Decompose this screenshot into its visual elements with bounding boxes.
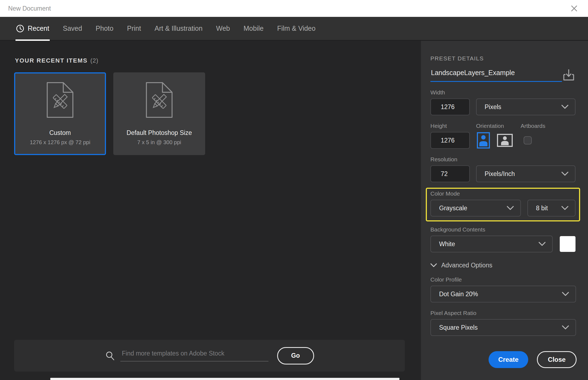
chevron-down-icon <box>507 206 514 210</box>
title-bar: New Document <box>0 0 588 17</box>
stock-search-input[interactable] <box>120 350 268 362</box>
chevron-down-icon <box>561 206 568 210</box>
width-input[interactable]: 1276 <box>430 98 470 115</box>
height-label: Height <box>430 123 476 129</box>
tab-art-illustration[interactable]: Art & Illustration <box>154 17 203 40</box>
width-unit-select[interactable]: Pixels <box>476 98 576 115</box>
background-contents-select[interactable]: White <box>430 236 553 252</box>
tab-print[interactable]: Print <box>126 17 141 40</box>
tab-recent[interactable]: Recent <box>15 17 50 40</box>
orientation-landscape-button[interactable] <box>497 134 513 147</box>
artboards-checkbox[interactable] <box>524 136 532 144</box>
document-template-icon <box>143 82 175 118</box>
color-profile-label: Color Profile <box>430 276 576 283</box>
tab-label: Art & Illustration <box>155 24 202 32</box>
dialog-title: New Document <box>8 5 51 12</box>
close-button[interactable]: Close <box>537 351 577 368</box>
card-title: Default Photoshop Size <box>127 129 192 137</box>
card-title: Custom <box>49 129 71 137</box>
color-profile-value: Dot Gain 20% <box>439 291 478 298</box>
recent-card-custom[interactable]: Custom 1276 x 1276 px @ 72 ppi <box>14 72 106 155</box>
tab-label: Film & Video <box>277 24 315 32</box>
orientation-label: Orientation <box>476 123 521 129</box>
color-profile-select[interactable]: Dot Gain 20% <box>430 286 576 302</box>
tab-web[interactable]: Web <box>215 17 230 40</box>
save-preset-button[interactable] <box>562 68 576 82</box>
resolution-input[interactable]: 72 <box>430 165 470 182</box>
resolution-unit-value: Pixels/Inch <box>485 170 515 178</box>
height-input[interactable]: 1276 <box>430 132 470 149</box>
close-icon <box>570 5 578 12</box>
tab-mobile[interactable]: Mobile <box>243 17 264 40</box>
color-mode-select[interactable]: Grayscale <box>430 200 521 217</box>
tab-label: Photo <box>96 24 113 32</box>
pixel-aspect-ratio-select[interactable]: Square Pixels <box>430 319 576 336</box>
advanced-options-label: Advanced Options <box>441 262 492 269</box>
document-template-icon <box>44 82 76 118</box>
card-subtitle: 7 x 5 in @ 300 ppi <box>137 139 181 146</box>
width-unit-value: Pixels <box>485 103 501 111</box>
category-tabbar: Recent Saved Photo Print Art & Illustrat… <box>0 17 588 41</box>
close-dialog-button[interactable] <box>570 4 579 13</box>
new-document-dialog: New Document Recent Saved Photo Print Ar… <box>0 0 588 380</box>
color-mode-label: Color Mode <box>430 190 576 197</box>
pixel-aspect-ratio-value: Square Pixels <box>439 324 478 331</box>
preset-details-panel: PRESET DETAILS LandscapeLayers_Example W… <box>421 41 588 380</box>
adobe-stock-search-bar: Go <box>14 340 405 372</box>
background-contents-label: Background Contents <box>430 226 576 233</box>
landscape-orientation-icon <box>497 134 513 147</box>
color-mode-value: Grayscale <box>439 205 467 212</box>
resolution-label: Resolution <box>430 156 576 163</box>
tab-label: Saved <box>63 24 82 32</box>
tab-label: Print <box>127 24 141 32</box>
search-icon <box>105 351 115 361</box>
recent-items-count: (2) <box>90 57 98 64</box>
bit-depth-value: 8 bit <box>536 205 548 212</box>
tab-label: Recent <box>28 24 49 32</box>
tab-label: Web <box>216 24 230 32</box>
document-name-field[interactable]: LandscapeLayers_Example <box>430 68 562 82</box>
save-preset-icon <box>562 68 576 82</box>
pixel-aspect-ratio-label: Pixel Aspect Ratio <box>430 310 576 316</box>
go-button[interactable]: Go <box>277 347 314 364</box>
horizontal-scrollbar[interactable] <box>50 378 399 380</box>
chevron-down-icon <box>430 263 437 267</box>
tab-label: Mobile <box>243 24 264 32</box>
bit-depth-select[interactable]: 8 bit <box>527 200 576 217</box>
orientation-portrait-button[interactable] <box>477 132 490 149</box>
artboards-label: Artboards <box>521 123 545 129</box>
card-subtitle: 1276 x 1276 px @ 72 ppi <box>30 139 90 146</box>
recent-items-heading: YOUR RECENT ITEMS(2) <box>15 57 98 64</box>
recent-items-area: YOUR RECENT ITEMS(2) <box>0 41 421 380</box>
chevron-down-icon <box>539 242 546 246</box>
resolution-unit-select[interactable]: Pixels/Inch <box>476 165 576 182</box>
chevron-down-icon <box>562 292 569 296</box>
preset-details-heading: PRESET DETAILS <box>430 55 576 62</box>
recent-items-heading-text: YOUR RECENT ITEMS <box>15 57 87 64</box>
chevron-down-icon <box>561 105 568 109</box>
clock-icon <box>16 24 24 33</box>
background-color-swatch[interactable] <box>560 236 576 252</box>
color-mode-highlight-annotation: Color Mode Grayscale 8 bit <box>426 188 580 221</box>
recent-card-default-photoshop-size[interactable]: Default Photoshop Size 7 x 5 in @ 300 pp… <box>113 72 205 155</box>
chevron-down-icon <box>561 172 568 176</box>
portrait-orientation-icon <box>477 132 490 149</box>
width-label: Width <box>430 89 576 96</box>
tab-film-video[interactable]: Film & Video <box>277 17 316 40</box>
tab-photo[interactable]: Photo <box>95 17 114 40</box>
create-button[interactable]: Create <box>489 351 528 368</box>
tab-saved[interactable]: Saved <box>62 17 83 40</box>
advanced-options-toggle[interactable]: Advanced Options <box>430 262 576 269</box>
recent-cards: Custom 1276 x 1276 px @ 72 ppi <box>14 72 205 155</box>
background-contents-value: White <box>439 240 455 248</box>
chevron-down-icon <box>562 325 569 330</box>
